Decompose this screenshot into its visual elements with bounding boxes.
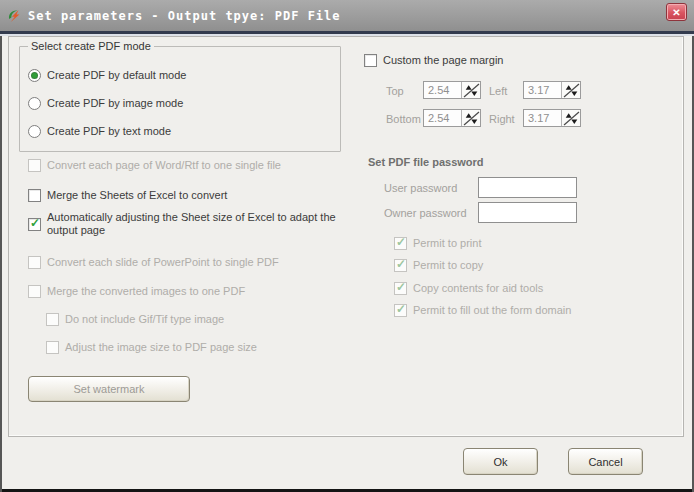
checkbox-icon (46, 341, 59, 354)
checkbox-icon (394, 259, 407, 272)
ok-button[interactable]: Ok (463, 448, 538, 475)
checkbox-permit-print: Permit to print (394, 237, 481, 250)
checkbox-exclude-gif-tif-label: Do not include Gif/Tif type image (65, 313, 224, 326)
checkbox-icon[interactable] (28, 189, 41, 202)
margin-left-label: Left (489, 85, 507, 97)
checkbox-word-single-file: Convert each page of Word/Rtf to one sin… (28, 159, 281, 172)
cancel-button[interactable]: Cancel (568, 448, 643, 475)
margin-bottom-label: Bottom (386, 113, 421, 125)
checkbox-auto-adjust-sheet-label: Automatically adjusting the Sheet size o… (47, 211, 343, 237)
checkbox-merge-excel-sheets-label: Merge the Sheets of Excel to convert (47, 189, 227, 202)
spin-up-down-icon[interactable] (461, 82, 480, 98)
window-title: Set parameters - Output tpye: PDF File (28, 9, 341, 23)
margin-right-value: 3.17 (524, 110, 561, 126)
checkbox-fill-form-domain: Permit to fill out the form domain (394, 304, 571, 317)
radio-default-mode[interactable]: Create PDF by default mode (28, 69, 186, 82)
radio-text-mode[interactable]: Create PDF by text mode (28, 125, 171, 138)
radio-image-mode[interactable]: Create PDF by image mode (28, 97, 183, 110)
checkbox-word-single-file-label: Convert each page of Word/Rtf to one sin… (47, 159, 281, 172)
checkbox-icon (28, 256, 41, 269)
user-password-input[interactable] (478, 177, 577, 198)
checkbox-ppt-single-pdf: Convert each slide of PowerPoint to sing… (28, 256, 279, 269)
margin-top-spinner: 2.54 (423, 81, 481, 99)
ok-button-label: Ok (493, 456, 507, 468)
margin-left-value: 3.17 (524, 82, 561, 98)
spin-up-down-icon[interactable] (561, 82, 580, 98)
cancel-button-label: Cancel (588, 456, 622, 468)
checkbox-ppt-single-pdf-label: Convert each slide of PowerPoint to sing… (47, 256, 279, 269)
margin-right-label: Right (489, 113, 515, 125)
checkbox-icon (28, 285, 41, 298)
radio-image-mode-label: Create PDF by image mode (47, 97, 183, 110)
checkbox-exclude-gif-tif: Do not include Gif/Tif type image (46, 313, 224, 326)
checkbox-fill-form-domain-label: Permit to fill out the form domain (413, 304, 571, 317)
checkbox-icon (28, 159, 41, 172)
margin-top-label: Top (386, 85, 404, 97)
radio-button-icon[interactable] (28, 97, 41, 110)
checkbox-merge-excel-sheets[interactable]: Merge the Sheets of Excel to convert (28, 189, 227, 202)
close-icon: ✕ (672, 7, 680, 18)
checkbox-merge-images: Merge the converted images to one PDF (28, 285, 245, 298)
checkbox-custom-margin-label: Custom the page margin (383, 54, 503, 67)
set-watermark-button: Set watermark (28, 376, 190, 402)
spin-up-down-icon[interactable] (461, 110, 480, 126)
margin-top-value: 2.54 (424, 82, 461, 98)
checkbox-permit-copy-label: Permit to copy (413, 259, 483, 272)
radio-default-mode-label: Create PDF by default mode (47, 69, 186, 82)
margin-right-spinner: 3.17 (523, 109, 581, 127)
checkbox-copy-aid-tools-label: Copy contents for aid tools (413, 282, 543, 295)
checkbox-merge-images-label: Merge the converted images to one PDF (47, 285, 245, 298)
user-password-label: User password (384, 182, 457, 194)
margin-bottom-spinner: 2.54 (423, 109, 481, 127)
checkbox-icon (46, 313, 59, 326)
checkbox-adjust-image-size: Adjust the image size to PDF page size (46, 341, 257, 354)
margin-left-spinner: 3.17 (523, 81, 581, 99)
set-watermark-label: Set watermark (74, 383, 145, 395)
checkbox-icon (394, 304, 407, 317)
password-section-heading: Set PDF file password (368, 156, 484, 168)
close-button[interactable]: ✕ (666, 3, 687, 21)
titlebar[interactable]: Set parameters - Output tpye: PDF File (0, 0, 694, 31)
checkbox-icon (394, 282, 407, 295)
checkbox-custom-margin[interactable]: Custom the page margin (364, 54, 503, 67)
owner-password-input[interactable] (478, 202, 577, 223)
create-mode-legend: Select create PDF mode (28, 40, 154, 52)
radio-button-icon[interactable] (28, 125, 41, 138)
checkbox-permit-print-label: Permit to print (413, 237, 481, 250)
radio-text-mode-label: Create PDF by text mode (47, 125, 171, 138)
checkbox-adjust-image-size-label: Adjust the image size to PDF page size (65, 341, 257, 354)
spin-up-down-icon[interactable] (561, 110, 580, 126)
dialog-window: Set parameters - Output tpye: PDF File ✕… (0, 0, 694, 492)
checkbox-icon[interactable] (364, 54, 377, 67)
radio-button-icon[interactable] (28, 69, 41, 82)
checkbox-auto-adjust-sheet[interactable]: Automatically adjusting the Sheet size o… (28, 211, 343, 237)
checkbox-copy-aid-tools: Copy contents for aid tools (394, 282, 543, 295)
checkbox-icon (394, 237, 407, 250)
margin-bottom-value: 2.54 (424, 110, 461, 126)
app-icon (6, 8, 22, 24)
owner-password-label: Owner password (384, 207, 467, 219)
checkbox-icon[interactable] (28, 218, 41, 231)
checkbox-permit-copy: Permit to copy (394, 259, 483, 272)
